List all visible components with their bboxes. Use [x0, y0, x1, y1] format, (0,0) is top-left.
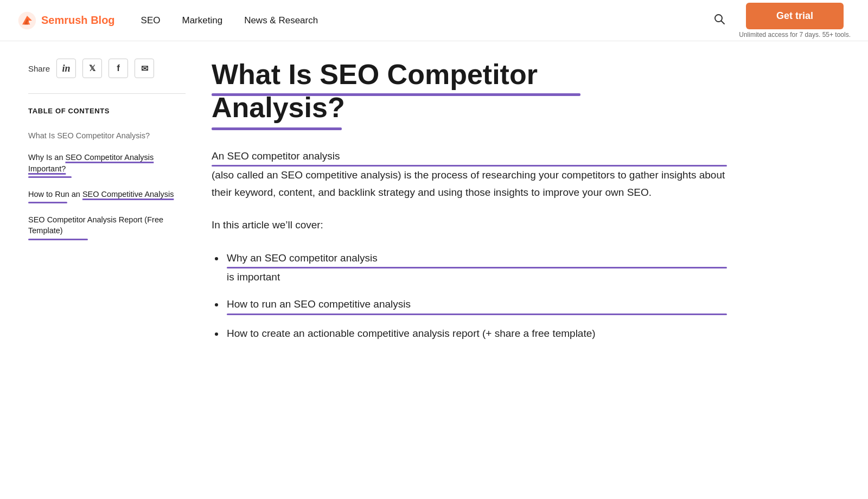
toc-underline-4 [28, 239, 88, 240]
bullet-list: Why an SEO competitor analysis is import… [225, 250, 727, 342]
toc-link-2-text: Why Is an SEO Competitor Analysis Import… [28, 153, 154, 172]
toc-link-3[interactable]: How to Run an SEO Competitive Analysis [28, 189, 186, 203]
get-trial-area: Get trial Unlimited access for 7 days. 5… [739, 3, 851, 39]
logo-text: Semrush Blog [41, 14, 115, 27]
main-container: Share in 𝕏 f ✉ TABLE OF CONTENTS What Is… [11, 41, 857, 385]
email-share-button[interactable]: ✉ [135, 59, 154, 78]
article-content: What Is SEO Competitor Analysis? An SEO … [212, 59, 727, 385]
intro-paragraph: An SEO competitor analysis (also called … [212, 148, 727, 202]
linkedin-share-button[interactable]: in [56, 59, 76, 78]
toc-link-2[interactable]: Why Is an SEO Competitor Analysis Import… [28, 152, 186, 178]
cover-intro: In this article we’ll cover: [212, 216, 727, 234]
seo-competitor-analysis-link[interactable]: SEO competitor analysis [227, 150, 340, 162]
toc-item-4: SEO Competitor Analysis Report (Free Tem… [28, 209, 186, 246]
sidebar-divider [28, 93, 186, 94]
nav-seo[interactable]: SEO [141, 15, 161, 26]
article-title-line1: What Is SEO Competitor [212, 59, 727, 91]
svg-line-2 [722, 21, 725, 24]
site-header: Semrush Blog SEO Marketing News & Resear… [0, 0, 868, 41]
logo-area[interactable]: Semrush Blog [17, 11, 115, 30]
facebook-share-button[interactable]: f [108, 59, 128, 78]
toc-link-3-text: How to Run an SEO Competitive Analysis [28, 190, 174, 199]
bullet-item-1: Why an SEO competitor analysis is import… [225, 250, 727, 286]
article-title-line2: Analysis? [212, 92, 727, 124]
search-icon [713, 12, 726, 25]
article-body: An SEO competitor analysis (also called … [212, 148, 727, 342]
search-button[interactable] [713, 12, 726, 29]
get-trial-button[interactable]: Get trial [746, 3, 844, 29]
seo-competitor-analysis-link-bullet[interactable]: SEO competitor analysis [265, 252, 378, 264]
trial-subtext: Unlimited access for 7 days. 55+ tools. [739, 31, 851, 39]
toc-link-1[interactable]: What Is SEO Competitor Analysis? [28, 130, 186, 141]
x-twitter-share-button[interactable]: 𝕏 [82, 59, 102, 78]
nav-news-research[interactable]: News & Research [244, 15, 318, 26]
toc-item-1: What Is SEO Competitor Analysis? [28, 125, 186, 146]
seo-competitive-analysis-link-bullet[interactable]: SEO competitive analysis [294, 298, 411, 310]
main-nav: SEO Marketing News & Research [141, 15, 318, 26]
toc-item-2: Why Is an SEO Competitor Analysis Import… [28, 146, 186, 183]
article-title: What Is SEO Competitor Analysis? [212, 59, 727, 130]
bullet-item-2: How to run an SEO competitive analysis [225, 296, 727, 315]
toc-list: What Is SEO Competitor Analysis? Why Is … [28, 125, 186, 246]
toc-link-4-text: SEO Competitor Analysis Report (Free Tem… [28, 215, 163, 235]
header-right: Get trial Unlimited access for 7 days. 5… [713, 3, 851, 39]
toc-item-3: How to Run an SEO Competitive Analysis [28, 183, 186, 209]
share-label: Share [28, 64, 50, 73]
nav-marketing[interactable]: Marketing [182, 15, 223, 26]
share-area: Share in 𝕏 f ✉ [28, 59, 186, 78]
sidebar: Share in 𝕏 f ✉ TABLE OF CONTENTS What Is… [28, 59, 186, 385]
bullet-item-3: How to create an actionable competitive … [225, 325, 727, 342]
toc-underline-3 [28, 202, 67, 203]
title-underline-line2 [212, 127, 342, 130]
toc-underline-2 [28, 176, 72, 178]
toc-title: TABLE OF CONTENTS [28, 107, 186, 115]
toc-link-4[interactable]: SEO Competitor Analysis Report (Free Tem… [28, 214, 186, 240]
semrush-logo-icon [17, 11, 37, 30]
